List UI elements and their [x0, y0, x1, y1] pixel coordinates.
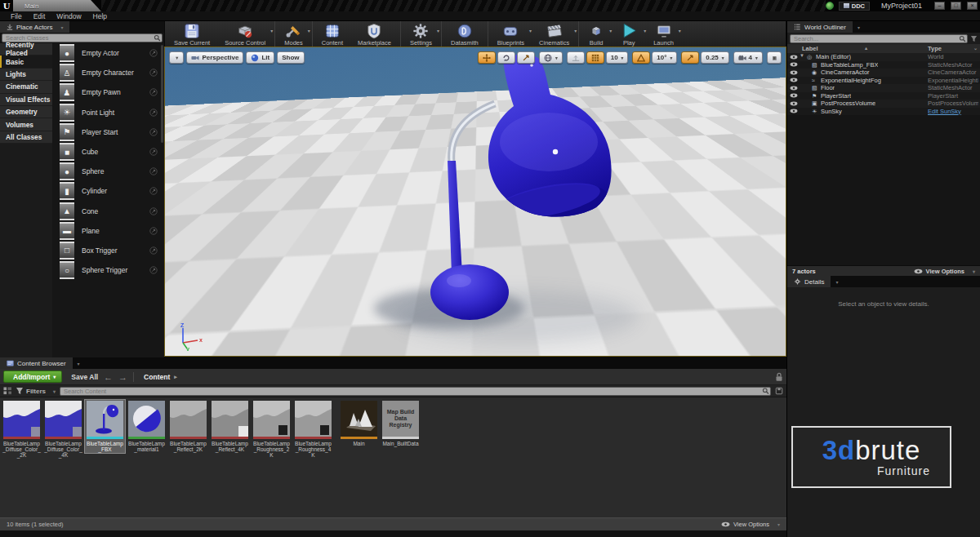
lock-icon[interactable]	[775, 372, 783, 382]
sort-ascending-icon[interactable]: ▴	[865, 45, 867, 51]
place-item-plane[interactable]: ▬ Plane	[52, 221, 164, 241]
category-cinematic[interactable]: Cinematic	[0, 81, 52, 93]
perspective-button[interactable]: Perspective	[186, 51, 243, 64]
outliner-row-exponentialheightfog[interactable]: ≈ ExponentialHeightFog ExponentialHeight…	[787, 77, 980, 85]
drag-handle-icon[interactable]	[149, 49, 158, 57]
visibility-eye-icon[interactable]	[790, 62, 798, 67]
category-geometry[interactable]: Geometry	[0, 106, 52, 118]
viewport-3d[interactable]: ▼ Perspective Lit Show ▾ 10▾ 10°▾ 0.25▾ …	[165, 47, 786, 356]
category-basic[interactable]: Basic	[0, 55, 52, 68]
category-volumes[interactable]: Volumes	[0, 118, 52, 131]
chevron-down-icon[interactable]: ⌄	[973, 45, 978, 51]
world-local-toggle[interactable]: ▾	[539, 51, 563, 64]
asset-bluetablelamp-diffuse-color-2k[interactable]: BlueTableLamp_Diffuse_Color__2K	[2, 400, 42, 459]
category-recently-placed[interactable]: Recently Placed	[0, 43, 52, 55]
surface-snap-button[interactable]	[567, 51, 585, 64]
tab-content-browser[interactable]: Content Browser	[0, 357, 73, 369]
drag-handle-icon[interactable]	[149, 69, 158, 77]
close-button[interactable]: ×	[967, 2, 978, 10]
drag-handle-icon[interactable]	[149, 246, 158, 255]
drag-handle-icon[interactable]	[149, 128, 158, 136]
tab-world-outliner[interactable]: World Outliner	[787, 21, 853, 33]
place-item-cone[interactable]: ▲ Cone	[52, 202, 164, 221]
scale-snap-value[interactable]: 0.25▾	[701, 51, 728, 64]
visibility-eye-icon[interactable]	[790, 70, 798, 75]
visibility-eye-icon[interactable]	[790, 93, 798, 98]
dropdown-arrow-icon[interactable]: ▾	[270, 28, 273, 33]
menu-edit[interactable]: Edit	[28, 12, 51, 20]
outliner-row-bluetablelamp-fbx[interactable]: ▧ BlueTableLamp_FBX StaticMeshActor	[787, 61, 980, 69]
filters-button[interactable]: Filters ▾	[16, 387, 56, 395]
rotate-tool-button[interactable]	[497, 51, 515, 64]
drag-handle-icon[interactable]	[149, 148, 158, 156]
asset-bluetablelamp-reflect-4k[interactable]: BlueTableLamp_Reflect_4K	[210, 400, 250, 453]
cb-view-options-button[interactable]: View Options ▾	[721, 521, 780, 528]
edit-sunsky-link[interactable]: Edit SunSky	[928, 108, 978, 116]
asset-main[interactable]: Main	[339, 400, 379, 447]
show-button[interactable]: Show	[277, 51, 304, 64]
toolbar-button-launch[interactable]: ▾ Launch	[646, 21, 681, 47]
chevron-down-icon[interactable]: ▾	[60, 24, 63, 30]
tab-details[interactable]: Details	[787, 276, 831, 287]
outliner-header[interactable]: Label ▴ Type ⌄	[787, 44, 980, 53]
visibility-eye-icon[interactable]	[790, 101, 798, 106]
rotation-snap-value[interactable]: 10°▾	[652, 51, 677, 64]
place-item-point-light[interactable]: ☀ Point Light	[52, 103, 164, 122]
grid-snap-value[interactable]: 10▾	[606, 51, 629, 64]
outliner-row-floor[interactable]: ▧ Floor StaticMeshActor	[787, 84, 980, 92]
asset-bluetablelamp-roughness-2k[interactable]: BlueTableLamp_Roughness_2K	[252, 400, 292, 459]
asset-bluetablelamp-reflect-2k[interactable]: BlueTableLamp_Reflect_2K	[168, 400, 208, 453]
back-button[interactable]: ←	[104, 373, 113, 381]
outliner-row-postprocessvolume[interactable]: ▣ PostProcessVolume PostProcessVolume	[787, 100, 980, 108]
dropdown-arrow-icon[interactable]: ▾	[437, 28, 439, 33]
breadcrumb[interactable]: Content ▸	[140, 373, 177, 381]
outliner-row-playerstart[interactable]: ⚑ PlayerStart PlayerStart	[787, 92, 980, 100]
drag-handle-icon[interactable]	[149, 266, 158, 274]
minimize-button[interactable]: –	[934, 2, 945, 10]
lit-mode-button[interactable]: Lit	[246, 51, 274, 64]
outliner-row-sunsky[interactable]: ☀ SunSky Edit SunSky	[787, 108, 980, 116]
visibility-eye-icon[interactable]	[790, 109, 798, 113]
scrollbar[interactable]	[161, 45, 163, 143]
toolbar-button-build[interactable]: ▾ Build	[581, 21, 612, 47]
asset-main-builtdata[interactable]: Map Build Data Registry Main_BuiltData	[381, 400, 421, 447]
viewport-options-button[interactable]: ▼	[169, 51, 184, 64]
outliner-row-main-editor-[interactable]: ▼ ◎ Main (Editor) World	[787, 53, 980, 61]
visibility-eye-icon[interactable]	[790, 86, 798, 91]
toolbar-button-source-control[interactable]: ▾ Source Control	[217, 21, 273, 47]
place-item-sphere[interactable]: ● Sphere	[52, 162, 164, 181]
blue-table-lamp-render[interactable]	[165, 47, 786, 356]
menu-file[interactable]: File	[5, 12, 28, 20]
category-all-classes[interactable]: All Classes	[0, 131, 52, 144]
drag-handle-icon[interactable]	[149, 88, 158, 96]
asset-bluetablelamp-diffuse-color-4k[interactable]: BlueTableLamp_Diffuse_Color__4K	[43, 400, 83, 459]
view-type-icon[interactable]	[3, 387, 11, 395]
drag-handle-icon[interactable]	[149, 187, 158, 195]
toolbar-button-datasmith[interactable]: Datasmith	[443, 21, 486, 47]
toolbar-button-content[interactable]: Content	[314, 21, 350, 47]
dropdown-arrow-icon[interactable]: ▾	[679, 28, 681, 33]
chevron-down-icon[interactable]: ▾	[835, 279, 838, 285]
dropdown-arrow-icon[interactable]: ▾	[574, 28, 577, 33]
forward-button[interactable]: →	[118, 373, 127, 381]
outliner-view-options-button[interactable]: View Options ▾	[914, 268, 975, 275]
grid-snap-button[interactable]	[586, 51, 604, 64]
outliner-row-cinecameraactor[interactable]: ◉ CineCameraActor CineCameraActor	[787, 69, 980, 77]
place-item-player-start[interactable]: ⚑ Player Start	[52, 122, 164, 142]
toolbar-button-marketplace[interactable]: Marketplace	[350, 21, 399, 47]
visibility-eye-icon[interactable]	[790, 78, 798, 82]
place-item-box-trigger[interactable]: □ Box Trigger	[52, 241, 164, 260]
outliner-filter-icon[interactable]	[970, 35, 978, 42]
category-visual-effects[interactable]: Visual Effects	[0, 94, 52, 106]
place-item-empty-character[interactable]: ♙ Empty Character	[52, 63, 164, 82]
asset-bluetablelamp-fbx[interactable]: BlueTableLamp_FBX	[85, 400, 125, 453]
breadcrumb-expand-icon[interactable]: ▸	[174, 374, 177, 380]
outliner-search-input[interactable]	[790, 34, 968, 43]
scale-tool-button[interactable]	[517, 51, 535, 64]
menu-help[interactable]: Help	[87, 12, 113, 20]
place-item-sphere-trigger[interactable]: ○ Sphere Trigger	[52, 260, 164, 280]
place-item-cube[interactable]: ■ Cube	[52, 142, 164, 162]
save-search-icon[interactable]	[775, 387, 783, 395]
visibility-eye-icon[interactable]	[790, 55, 798, 60]
tab-place-actors[interactable]: Place Actors ▾	[0, 21, 69, 33]
